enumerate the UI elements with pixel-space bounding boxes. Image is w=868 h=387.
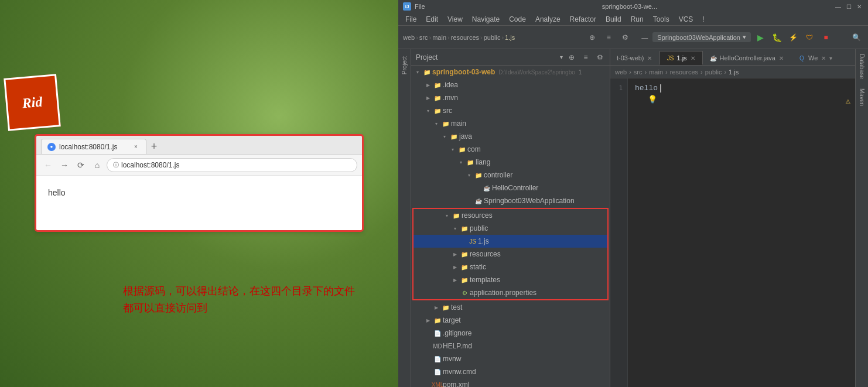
tree-controller[interactable]: ▾ 📁 controller [411, 169, 610, 181]
titlebar-menu-file[interactable]: File [415, 3, 425, 10]
tree-test[interactable]: ▶ 📁 test [411, 301, 610, 314]
menu-build[interactable]: Build [601, 13, 626, 26]
filetree-collapse-btn[interactable]: ≡ [580, 52, 591, 63]
tab-1js-close[interactable]: ✕ [689, 54, 696, 61]
maven-tab[interactable]: Maven [856, 84, 867, 111]
tree-pomxml[interactable]: XML pom.xml [411, 378, 610, 387]
back-button[interactable]: ← [41, 158, 55, 172]
tree-appproperties[interactable]: ⚙ application.properties [414, 286, 607, 299]
toolbar-settings-btn[interactable]: ⚙ [618, 30, 632, 44]
filetree-body: ▾ 📁 springboot-03-web D:\IdeaWorkSpace2\… [411, 66, 610, 387]
menu-vcs[interactable]: VCS [674, 13, 698, 26]
tree-src[interactable]: ▾ 📁 src [411, 104, 610, 117]
tree-java[interactable]: ▾ 📁 java [411, 130, 610, 143]
menu-navigate[interactable]: Navigate [467, 13, 504, 26]
database-tab[interactable]: Database [856, 49, 867, 84]
stop-button[interactable]: ■ [819, 30, 833, 44]
tree-mvnwcmd[interactable]: 📄 mvnw.cmd [411, 365, 610, 378]
new-tab-button[interactable]: + [146, 139, 162, 154]
tree-mvn[interactable]: ▶ 📁 .mvn [411, 91, 610, 104]
tree-target[interactable]: ▶ 📁 target [411, 314, 610, 327]
filetree-locate-btn[interactable]: ⊕ [566, 52, 577, 63]
app-icon: ☕ [474, 197, 483, 205]
menu-refactor[interactable]: Refactor [565, 13, 601, 26]
tab-we-close[interactable]: ✕ [820, 54, 827, 61]
tree-main[interactable]: ▾ 📁 main [411, 117, 610, 130]
menu-extra[interactable]: ! [698, 13, 709, 26]
menu-code[interactable]: Code [504, 13, 531, 26]
profile-button[interactable]: ⚡ [786, 30, 800, 44]
hc-icon: ☕ [483, 184, 491, 192]
tree-springbootapp[interactable]: ☕ Springboot03WebApplication [411, 194, 610, 207]
left-panel: Rid ● localhost:8080/1.js × + ← → ⟳ ⌂ ⓘ … [0, 0, 398, 387]
address-bar[interactable]: ⓘ localhost:8080/1.js [107, 158, 357, 172]
editor-tab-we[interactable]: Q We ✕ ▾ [791, 51, 839, 65]
tree-mvnw[interactable]: 📄 mvnw [411, 352, 610, 365]
lightbulb-icon[interactable]: 💡 [648, 95, 657, 105]
tree-templates[interactable]: ▶ 📁 templates [414, 273, 607, 286]
px-icon: XML [433, 381, 442, 387]
toolbar-align-btn[interactable]: ≡ [602, 30, 616, 44]
menu-analyze[interactable]: Analyze [531, 13, 565, 26]
run-button[interactable]: ▶ [753, 30, 767, 44]
controller-folder-icon: 📁 [474, 171, 483, 179]
ec-main: main [649, 69, 663, 76]
tree-public[interactable]: ▾ 📁 public [414, 222, 607, 235]
lock-icon: ⓘ [113, 161, 119, 169]
menu-tools[interactable]: Tools [648, 13, 674, 26]
ide-sidebar-tab: Project [398, 49, 411, 387]
tree-resources-inner[interactable]: ▶ 📁 resources [414, 248, 607, 261]
resources-name: resources [462, 211, 493, 220]
separator: — [641, 34, 648, 41]
tree-com[interactable]: ▾ 📁 com [411, 143, 610, 156]
mw-icon: 📄 [433, 355, 442, 363]
close-button[interactable]: ✕ [855, 2, 863, 11]
tab-we-dropdown[interactable]: ▾ [829, 55, 832, 61]
tree-static[interactable]: ▶ 📁 static [414, 261, 607, 273]
project-tab-button[interactable]: Project [399, 52, 410, 79]
minimize-button[interactable]: — [834, 2, 842, 11]
menu-view[interactable]: View [443, 13, 467, 26]
debug-button[interactable]: 🐛 [770, 30, 784, 44]
editor-tab-1js[interactable]: JS 1.js ✕ [659, 51, 702, 65]
resources-arrow: ▾ [443, 211, 451, 220]
com-arrow: ▾ [449, 145, 457, 153]
toolbar-search-web-btn[interactable]: ⊕ [585, 30, 599, 44]
run-config-selector[interactable]: Springboot03WebApplication ▾ [652, 32, 751, 42]
menu-file[interactable]: File [401, 13, 421, 26]
editor-tab-hellocontroller[interactable]: ☕ HelloController.java ✕ [703, 51, 791, 65]
menu-run[interactable]: Run [626, 13, 648, 26]
mvn-name: .mvn [443, 94, 458, 102]
tab-t03web-close[interactable]: ✕ [646, 54, 653, 61]
search-everywhere-btn[interactable]: 🔍 [849, 30, 863, 44]
forward-button[interactable]: → [57, 158, 71, 172]
tree-1js[interactable]: JS 1.js [414, 235, 607, 248]
tree-root[interactable]: ▾ 📁 springboot-03-web D:\IdeaWorkSpace2\… [411, 66, 610, 78]
code-area[interactable]: hello ⚠ 💡 [628, 78, 855, 387]
browser-window: ● localhost:8080/1.js × + ← → ⟳ ⌂ ⓘ loca… [35, 135, 363, 231]
main-folder-icon: 📁 [442, 119, 450, 128]
1js-name: 1.js [478, 237, 489, 245]
tab-hc-close[interactable]: ✕ [778, 54, 785, 61]
browser-tab[interactable]: ● localhost:8080/1.js × [41, 139, 146, 154]
target-name: target [443, 316, 461, 324]
tree-gitignore[interactable]: 📄 .gitignore [411, 327, 610, 340]
menu-edit[interactable]: Edit [421, 13, 443, 26]
tree-idea[interactable]: ▶ 📁 .idea [411, 78, 610, 91]
ide-filetree: Project ▾ ⊕ ≡ ⚙ ▾ 📁 springboot-03-web D:… [411, 49, 610, 387]
idea-name: .idea [443, 81, 458, 89]
coverage-button[interactable]: 🛡 [802, 30, 816, 44]
tree-hellocontroller[interactable]: ☕ HelloController [411, 181, 610, 194]
refresh-button[interactable]: ⟳ [74, 158, 88, 172]
home-button[interactable]: ⌂ [90, 158, 104, 172]
tree-liang[interactable]: ▾ 📁 liang [411, 156, 610, 169]
tree-resources[interactable]: ▾ 📁 resources [414, 209, 607, 222]
ec-src: src [634, 69, 643, 76]
tab-we-icon: Q [798, 54, 806, 62]
address-text: localhost:8080/1.js [121, 161, 179, 169]
maximize-button[interactable]: ☐ [845, 2, 853, 11]
tab-close-button[interactable]: × [132, 143, 140, 151]
filetree-settings-btn[interactable]: ⚙ [594, 52, 605, 63]
tree-helpmd[interactable]: MD HELP.md [411, 340, 610, 352]
editor-tab-t03web[interactable]: t-03-web) ✕ [610, 51, 659, 65]
